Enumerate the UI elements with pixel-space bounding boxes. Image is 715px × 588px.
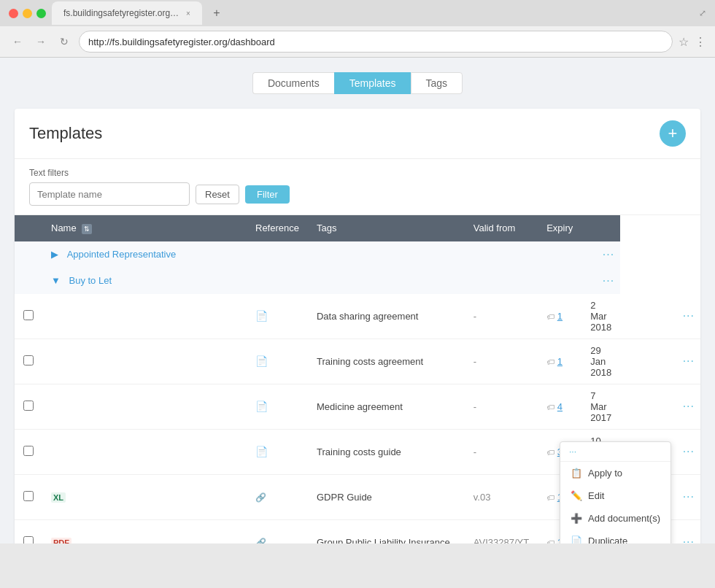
filter-button[interactable]: Filter — [245, 185, 290, 204]
doc-checkbox-cell — [15, 384, 42, 429]
table-row: 📄 Training costs agreement - 🏷 1 29 Jan … — [15, 339, 700, 384]
doc-checkbox[interactable] — [23, 536, 34, 543]
col-reference: Reference — [247, 215, 308, 241]
expand-button[interactable]: ⤢ — [699, 8, 706, 18]
doc-expiry-cell — [620, 339, 673, 384]
doc-blank-icon-cell: 📄 — [247, 294, 308, 339]
url-text: http://fs.buildingsafetyregister.org/das… — [88, 36, 275, 47]
category-name: Buy to Let — [69, 275, 112, 286]
table-row: 📄 Medicine agreement - 🏷 4 7 Mar 2017 ··… — [15, 384, 700, 429]
add-document-icon: ➕ — [571, 513, 582, 524]
doc-menu-cell: ··· — [674, 429, 700, 474]
main-card: Templates + Text filters Reset Filter Na… — [15, 109, 700, 543]
col-name[interactable]: Name ⇅ — [42, 215, 247, 241]
doc-type-icon-cell — [42, 294, 247, 339]
doc-menu-dots[interactable]: ··· — [683, 535, 695, 543]
reset-button[interactable]: Reset — [196, 185, 239, 204]
category-expand-cell — [15, 268, 42, 294]
filter-label: Text filters — [29, 168, 686, 178]
tab-tags[interactable]: Tags — [411, 72, 463, 94]
col-valid-from: Valid from — [465, 215, 538, 241]
doc-checkbox[interactable] — [23, 310, 34, 320]
doc-menu-dots[interactable]: ··· — [683, 445, 695, 457]
card-header: Templates + — [15, 109, 700, 159]
context-menu-duplicate[interactable]: 📄 Duplicate — [560, 530, 670, 543]
doc-type-icon-cell — [42, 339, 247, 384]
doc-checkbox-cell — [15, 429, 42, 474]
doc-blank-icon-cell: 📄 — [247, 339, 308, 384]
close-dot[interactable] — [9, 9, 18, 18]
doc-reference-cell: - — [465, 339, 538, 384]
category-name-cell[interactable]: ▶ Appointed Representative — [42, 241, 581, 268]
bookmark-button[interactable]: ☆ — [679, 35, 689, 49]
excel-icon: XL — [51, 492, 66, 503]
doc-reference-cell: v.03 — [465, 474, 538, 519]
tab-bar: fs.buildingsafetyregister.org/dashboard … — [0, 0, 715, 26]
tab-title: fs.buildingsafetyregister.org/dashboard — [63, 8, 180, 18]
tag-icon: 🏷 — [546, 357, 554, 366]
tag-count-link[interactable]: 1 — [557, 356, 563, 367]
doc-type-icon-cell: XL — [42, 474, 247, 519]
doc-name-cell: Medicine agreement — [308, 384, 465, 429]
page-title: Templates — [29, 124, 102, 143]
context-menu-edit[interactable]: ✏️ Edit — [560, 484, 670, 507]
tag-icon: 🏷 — [546, 493, 554, 502]
context-menu-header: ··· — [560, 442, 670, 462]
back-button[interactable]: ← — [9, 33, 26, 50]
category-menu-dots[interactable]: ··· — [603, 248, 614, 260]
doc-expiry-cell — [620, 294, 673, 339]
doc-blank-icon-cell: 📄 — [247, 429, 308, 474]
doc-icon: 📄 — [255, 310, 268, 322]
category-chevron: ▶ — [51, 249, 58, 260]
context-menu-apply-to[interactable]: 📋 Apply to — [560, 462, 670, 484]
tab-templates[interactable]: Templates — [334, 72, 411, 94]
tab-documents[interactable]: Documents — [252, 72, 334, 94]
nav-tabs: Documents Templates Tags — [15, 72, 700, 94]
doc-checkbox[interactable] — [23, 401, 34, 411]
sort-icon: ⇅ — [82, 224, 92, 234]
category-row[interactable]: ▼ Buy to Let ··· — [15, 268, 700, 294]
minimize-dot[interactable] — [23, 9, 32, 18]
category-expand-cell — [15, 241, 42, 268]
apply-to-label: Apply to — [588, 468, 622, 479]
doc-menu-dots[interactable]: ··· — [683, 355, 695, 367]
tab-close-button[interactable]: × — [186, 9, 190, 18]
doc-name-cell: Group Public Liability Insurance — [308, 519, 465, 543]
doc-menu-dots[interactable]: ··· — [683, 400, 695, 412]
duplicate-label: Duplicate — [588, 535, 627, 543]
maximize-dot[interactable] — [36, 9, 46, 18]
address-bar[interactable]: http://fs.buildingsafetyregister.org/das… — [79, 31, 673, 53]
doc-menu-dots[interactable]: ··· — [683, 309, 695, 322]
col-actions — [581, 215, 620, 241]
doc-checkbox-cell — [15, 474, 42, 519]
refresh-button[interactable]: ↻ — [55, 33, 73, 50]
doc-checkbox[interactable] — [23, 355, 34, 365]
table-header: Name ⇅ Reference Tags Valid from Expiry — [15, 215, 700, 241]
add-template-button[interactable]: + — [660, 120, 686, 147]
browser-tab[interactable]: fs.buildingsafetyregister.org/dashboard … — [52, 1, 202, 25]
category-menu-dots[interactable]: ··· — [603, 274, 614, 287]
category-menu-cell: ··· — [581, 241, 620, 268]
browser-menu-button[interactable]: ⋮ — [695, 35, 706, 49]
link-icon: 🔗 — [255, 492, 266, 503]
new-tab-button[interactable]: + — [208, 4, 225, 22]
pdf-icon: PDF — [51, 538, 72, 543]
search-input[interactable] — [29, 182, 190, 206]
duplicate-icon: 📄 — [571, 535, 582, 543]
doc-menu-cell: ··· — [674, 384, 700, 429]
forward-button[interactable]: → — [32, 33, 50, 50]
doc-checkbox[interactable] — [23, 446, 34, 456]
doc-tags-cell: 🏷 1 — [538, 339, 581, 384]
doc-checkbox[interactable] — [23, 491, 34, 501]
category-row[interactable]: ▶ Appointed Representative ··· — [15, 241, 700, 268]
table-row: 📄 Data sharing agreement - 🏷 1 2 Mar 201… — [15, 294, 700, 339]
tag-count-link[interactable]: 4 — [557, 401, 563, 412]
context-menu-add-document[interactable]: ➕ Add document(s) — [560, 507, 670, 530]
doc-name-cell: GDPR Guide — [308, 474, 465, 519]
doc-name-cell: Training costs agreement — [308, 339, 465, 384]
tag-count-link[interactable]: 1 — [557, 311, 563, 322]
window-controls — [9, 9, 46, 18]
doc-menu-dots[interactable]: ··· — [683, 490, 695, 503]
category-name-cell[interactable]: ▼ Buy to Let — [42, 268, 581, 294]
edit-label: Edit — [588, 490, 604, 501]
